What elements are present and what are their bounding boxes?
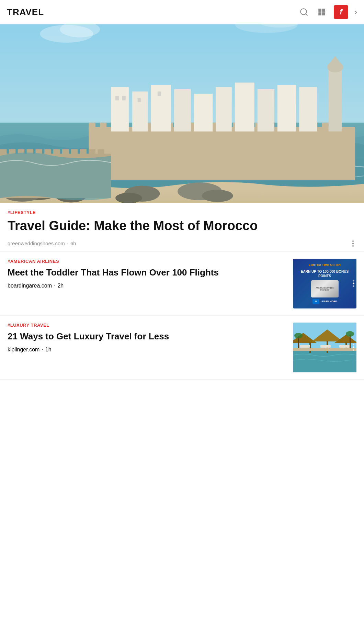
search-icon <box>299 8 308 16</box>
amex-learn-more[interactable]: LEARN MORE <box>321 300 337 303</box>
article-source: greenweddingshoes.com <box>8 240 65 246</box>
svg-rect-85 <box>300 345 310 348</box>
header: TRAVEL f › <box>0 0 364 24</box>
svg-rect-50 <box>138 98 141 102</box>
carousel-dot <box>353 280 354 282</box>
flipboard-icon: f <box>340 8 342 16</box>
dot-icon <box>352 243 354 244</box>
svg-rect-38 <box>111 87 129 131</box>
svg-rect-62 <box>53 149 60 157</box>
amex-advertisement[interactable]: LIMITED TIME OFFER EARN UP TO 100,000 BO… <box>293 259 356 308</box>
dot-icon <box>352 245 354 247</box>
carousel-dot <box>353 349 354 351</box>
article-title[interactable]: 21 Ways to Get Luxury Travel for Less <box>8 331 287 342</box>
amex-card-image: AMERICAN EXPRESS BUSINESS <box>311 280 339 297</box>
carousel-dot-active <box>353 283 354 284</box>
grid-button[interactable] <box>316 6 328 18</box>
carousel-dot <box>353 344 354 346</box>
dot-icon <box>352 240 354 242</box>
article-tag: #LIFESTYLE <box>8 210 356 215</box>
tag-hash: # <box>8 323 10 328</box>
carousel-dots <box>353 280 354 287</box>
tag-label: LIFESTYLE <box>10 210 36 215</box>
svg-rect-82 <box>350 335 351 350</box>
svg-rect-87 <box>339 345 350 348</box>
svg-rect-80 <box>298 336 299 350</box>
article-airlines[interactable]: #AMERICAN AIRLINES Meet the Toddler That… <box>0 252 364 316</box>
article-time: 1h <box>45 347 52 353</box>
header-icons: f › <box>298 5 357 19</box>
article-separator: · <box>42 347 43 353</box>
article-separator: · <box>67 240 68 246</box>
svg-rect-65 <box>80 149 87 157</box>
svg-rect-49 <box>122 96 125 100</box>
article-content: #LUXURY TRAVEL 21 Ways to Get Luxury Tra… <box>8 323 287 353</box>
svg-rect-46 <box>277 85 296 132</box>
svg-rect-48 <box>115 96 119 100</box>
svg-rect-66 <box>89 149 95 157</box>
tag-hash: # <box>8 210 10 215</box>
article-source: kiplinger.com <box>8 347 39 353</box>
svg-point-83 <box>346 331 354 337</box>
svg-rect-84 <box>293 348 356 351</box>
article-tag: #AMERICAN AIRLINES <box>8 259 287 264</box>
article-title[interactable]: Travel Guide: Make the Most of Morocco <box>8 218 356 234</box>
svg-rect-41 <box>174 89 191 132</box>
svg-rect-75 <box>309 342 311 353</box>
svg-point-81 <box>294 333 303 338</box>
tag-label: AMERICAN AIRLINES <box>10 259 59 264</box>
carousel-dots-luxury <box>353 344 354 351</box>
grid-icon <box>317 8 326 16</box>
svg-rect-67 <box>98 149 104 157</box>
svg-point-54 <box>327 62 343 72</box>
svg-rect-63 <box>62 149 69 157</box>
article-image-luxury[interactable] <box>293 323 356 372</box>
article-source: boardingarea.com <box>8 283 52 289</box>
more-options-button[interactable] <box>350 239 356 248</box>
svg-rect-37 <box>322 123 328 132</box>
article-image-amex[interactable]: LIMITED TIME OFFER EARN UP TO 100,000 BO… <box>293 259 356 308</box>
svg-rect-16 <box>89 123 95 132</box>
svg-rect-51 <box>158 91 161 96</box>
article-luxury[interactable]: #LUXURY TRAVEL 21 Ways to Get Luxury Tra… <box>0 316 364 380</box>
article-content: #AMERICAN AIRLINES Meet the Toddler That… <box>8 259 287 289</box>
amex-offer-label: LIMITED TIME OFFER <box>309 263 341 267</box>
article-source-time: boardingarea.com · 2h <box>8 283 287 289</box>
tag-hash: # <box>8 259 10 264</box>
article-source-time: kiplinger.com · 1h <box>8 347 287 353</box>
page-title: TRAVEL <box>7 7 44 18</box>
svg-rect-52 <box>329 65 342 132</box>
article-tag: #LUXURY TRAVEL <box>8 323 287 328</box>
svg-rect-15 <box>89 127 355 180</box>
amex-logo: AX <box>312 299 319 304</box>
chevron-right-icon[interactable]: › <box>354 7 357 17</box>
svg-point-12 <box>115 193 142 203</box>
flipboard-button[interactable]: f <box>334 5 348 19</box>
amex-card-label: AMERICAN EXPRESS BUSINESS <box>316 287 334 291</box>
svg-rect-2 <box>318 9 321 12</box>
article-time: 2h <box>57 283 64 289</box>
search-button[interactable] <box>298 6 310 18</box>
svg-rect-42 <box>194 94 213 132</box>
hero-illustration <box>0 24 364 203</box>
amex-footer: AX LEARN MORE <box>312 299 337 304</box>
article-meta: greenweddingshoes.com · 6h <box>8 239 356 248</box>
article-morocco[interactable]: #LIFESTYLE Travel Guide: Make the Most o… <box>0 203 364 252</box>
svg-rect-44 <box>235 83 254 132</box>
svg-rect-39 <box>132 91 148 131</box>
svg-rect-73 <box>293 350 356 372</box>
svg-rect-45 <box>258 89 274 132</box>
svg-rect-3 <box>322 9 325 12</box>
luxury-illustration <box>293 323 356 372</box>
tag-label: LUXURY TRAVEL <box>10 323 49 328</box>
article-title[interactable]: Meet the Toddler That Has Flown Over 100… <box>8 267 287 278</box>
svg-rect-5 <box>322 12 325 15</box>
svg-line-1 <box>306 14 307 15</box>
carousel-dot <box>353 285 354 287</box>
hero-image[interactable] <box>0 24 364 203</box>
svg-rect-43 <box>216 87 232 131</box>
svg-point-14 <box>202 190 233 202</box>
article-separator: · <box>54 283 55 289</box>
svg-rect-4 <box>318 12 321 15</box>
luxury-travel-image <box>293 323 356 372</box>
